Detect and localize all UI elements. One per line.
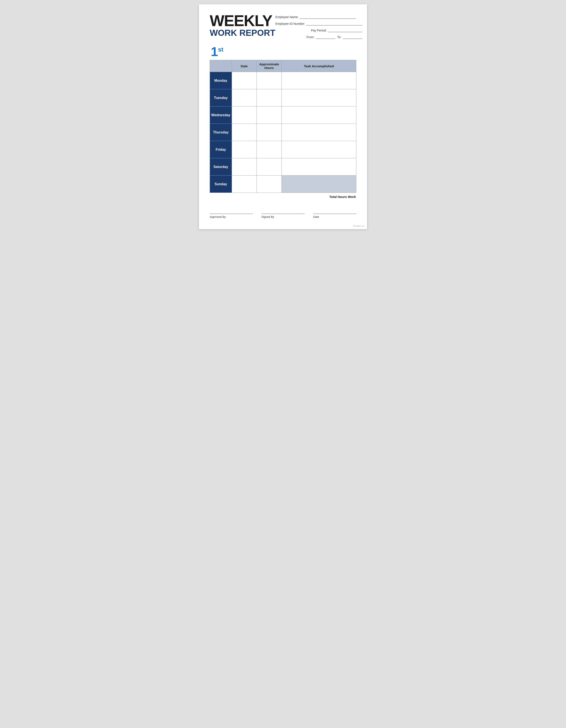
title-block: WEEKLY WORK REPORT xyxy=(210,13,275,37)
day-cell-wednesday: Wednesday xyxy=(210,107,232,124)
pay-period-input[interactable] xyxy=(328,28,362,32)
table-row: Friday xyxy=(210,141,356,158)
day-cell-sunday: Sunday xyxy=(210,176,232,193)
task-cell-monday xyxy=(282,72,356,89)
hours-cell-friday xyxy=(257,141,282,158)
week-label-container: 1st xyxy=(210,45,356,58)
task-cell-tuesday xyxy=(282,89,356,107)
task-cell-wednesday xyxy=(282,107,356,124)
table-row: Monday xyxy=(210,72,356,89)
date-cell-monday xyxy=(232,72,257,89)
table-row: Wednesday xyxy=(210,107,356,124)
table-row: Tuesday xyxy=(210,89,356,107)
col-header-task: Task Accomplished xyxy=(282,60,356,72)
page: WEEKLY WORK REPORT Employee Name: Employ… xyxy=(199,4,367,229)
task-cell-friday xyxy=(282,141,356,158)
employee-name-label: Employee Name: xyxy=(275,15,298,19)
week-suffix: st xyxy=(218,46,223,53)
date-cell-sunday xyxy=(232,176,257,193)
hours-cell-monday xyxy=(257,72,282,89)
date-cell-friday xyxy=(232,141,257,158)
col-header-day xyxy=(210,60,232,72)
hours-cell-wednesday xyxy=(257,107,282,124)
title-work-report: WORK REPORT xyxy=(210,28,275,37)
date-cell-tuesday xyxy=(232,89,257,107)
to-input[interactable] xyxy=(343,35,362,39)
signature-section: Approved By Signed By Date xyxy=(210,212,356,218)
header: WEEKLY WORK REPORT Employee Name: Employ… xyxy=(210,13,356,39)
day-cell-saturday: Saturday xyxy=(210,158,232,176)
employee-name-row: Employee Name: xyxy=(275,15,362,19)
form-fields: Employee Name: Employee ID Number: Pay P… xyxy=(275,13,362,39)
col-header-date: Date xyxy=(232,60,257,72)
employee-id-input[interactable] xyxy=(306,22,362,25)
hours-cell-saturday xyxy=(257,158,282,176)
signed-by-line xyxy=(262,214,304,214)
pay-period-row: Pay Period: xyxy=(275,28,362,32)
from-to-row: From: To: xyxy=(275,35,362,39)
date-cell-saturday xyxy=(232,158,257,176)
employee-id-label: Employee ID Number: xyxy=(275,22,305,25)
total-row: Total Hours Work xyxy=(210,195,356,199)
from-input[interactable] xyxy=(316,35,335,39)
day-cell-friday: Friday xyxy=(210,141,232,158)
employee-id-row: Employee ID Number: xyxy=(275,22,362,25)
watermark: Template.net xyxy=(353,225,364,227)
table-row: Saturday xyxy=(210,158,356,176)
approved-by-label: Approved By xyxy=(210,215,226,218)
col-header-hours: Approximate Hours xyxy=(257,60,282,72)
total-label: Total Hours Work xyxy=(329,195,356,199)
task-cell-thursday xyxy=(282,124,356,141)
approved-by-line xyxy=(210,214,253,214)
day-cell-tuesday: Tuesday xyxy=(210,89,232,107)
date-block: Date xyxy=(313,214,356,218)
table-header-row: Date Approximate Hours Task Accomplished xyxy=(210,60,356,72)
work-table: Date Approximate Hours Task Accomplished… xyxy=(210,60,356,193)
hours-cell-sunday xyxy=(257,176,282,193)
pay-period-label: Pay Period: xyxy=(311,29,326,32)
day-cell-thursday: Thursday xyxy=(210,124,232,141)
hours-cell-thursday xyxy=(257,124,282,141)
to-label: To: xyxy=(337,35,341,39)
table-row: Sunday xyxy=(210,176,356,193)
week-number-digit: 1 xyxy=(211,44,218,59)
title-weekly: WEEKLY xyxy=(210,13,275,28)
date-cell-thursday xyxy=(232,124,257,141)
day-cell-monday: Monday xyxy=(210,72,232,89)
from-label: From: xyxy=(306,35,314,39)
approved-by-block: Approved By xyxy=(210,214,253,218)
date-line xyxy=(313,214,356,214)
table-row: Thursday xyxy=(210,124,356,141)
date-label: Date xyxy=(313,215,319,218)
date-cell-wednesday xyxy=(232,107,257,124)
week-number: 1st xyxy=(211,45,223,58)
employee-name-input[interactable] xyxy=(300,15,356,19)
signed-by-label: Signed By xyxy=(262,215,274,218)
signed-by-block: Signed By xyxy=(262,214,304,218)
hours-cell-tuesday xyxy=(257,89,282,107)
task-cell-sunday xyxy=(282,176,356,193)
task-cell-saturday xyxy=(282,158,356,176)
